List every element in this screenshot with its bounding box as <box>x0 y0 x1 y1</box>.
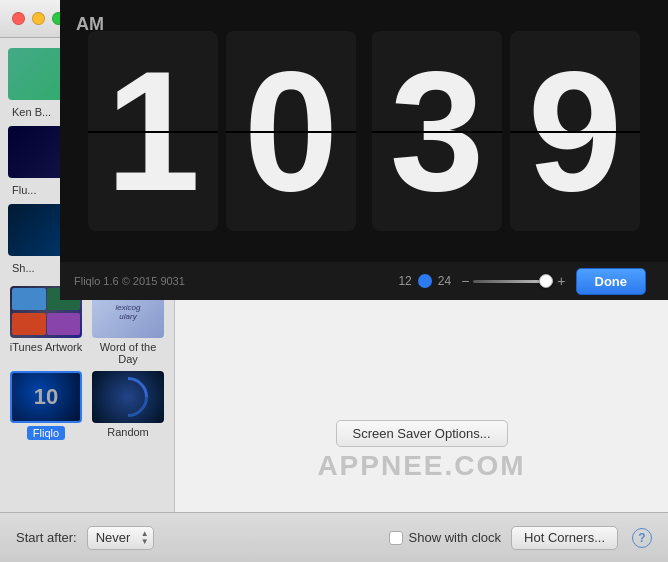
fliqlo-overlay: AM 1 0 3 9 <box>60 0 668 300</box>
show-with-clock-label: Show with clock <box>409 530 501 545</box>
itunes-artwork-label: iTunes Artwork <box>10 341 82 353</box>
hot-corners-button[interactable]: Hot Corners... <box>511 526 618 550</box>
fliqlo-clock: AM 1 0 3 9 <box>60 0 668 262</box>
sidebar-item-fliqlo[interactable]: 10 Fliqlo <box>8 371 84 440</box>
brightness-slider[interactable]: − + <box>461 273 565 289</box>
flip-divider-3 <box>372 131 502 133</box>
hour-ones-digit: 0 <box>226 31 356 231</box>
help-button[interactable]: ? <box>632 528 652 548</box>
random-label: Random <box>107 426 149 438</box>
thumb-random <box>92 371 164 423</box>
fliqlo-label: Fliqlo <box>27 426 65 440</box>
bottom-bar: Start after: Never ▲ ▼ Show with clock H… <box>0 512 668 562</box>
plus-icon: + <box>557 273 565 289</box>
fliqlo-controls: 12 24 − + Done <box>398 268 654 295</box>
word-of-day-label: Word of the Day <box>90 341 166 365</box>
done-button[interactable]: Done <box>576 268 647 295</box>
clock-checkbox[interactable] <box>389 531 403 545</box>
fliqlo-bottom-bar: Fliqlo 1.6 © 2015 9031 12 24 − + Done <box>60 262 668 300</box>
minute-ones-digit: 9 <box>510 31 640 231</box>
minimize-button[interactable] <box>32 12 45 25</box>
time-24-label: 24 <box>438 274 451 288</box>
hour-group: 1 0 <box>88 31 356 231</box>
slider-thumb[interactable] <box>539 274 553 288</box>
traffic-lights <box>12 12 65 25</box>
minute-tens-digit: 3 <box>372 31 502 231</box>
fliqlo-info: Fliqlo 1.6 © 2015 9031 <box>74 275 185 287</box>
sidebar-grid: iTunes Artwork lexicogulary Word of the … <box>8 286 166 440</box>
slider-track <box>473 280 553 283</box>
time-12-label: 12 <box>398 274 411 288</box>
toggle-dot-active <box>418 274 432 288</box>
start-after-select-wrap: Never ▲ ▼ <box>87 526 154 550</box>
sidebar-item-random[interactable]: Random <box>90 371 166 440</box>
swirl-icon <box>100 371 157 423</box>
close-button[interactable] <box>12 12 25 25</box>
flip-divider-2 <box>226 131 356 133</box>
flip-divider-4 <box>510 131 640 133</box>
start-after-select[interactable]: Never <box>87 526 154 550</box>
watermark: APPNEE.COM <box>317 450 525 482</box>
time-format-toggle[interactable]: 12 24 <box>398 274 451 288</box>
clock-label-group: Show with clock <box>389 530 501 545</box>
screen-saver-options-button[interactable]: Screen Saver Options... <box>335 420 507 447</box>
minus-icon: − <box>461 273 469 289</box>
minute-group: 3 9 <box>372 31 640 231</box>
hour-tens-digit: 1 <box>88 31 218 231</box>
flip-divider-1 <box>88 131 218 133</box>
main-content: Ken B... Flu... Sh... iTunes Artwork lex… <box>0 38 668 562</box>
thumb-fliqlo: 10 <box>10 371 82 423</box>
start-after-label: Start after: <box>16 530 77 545</box>
